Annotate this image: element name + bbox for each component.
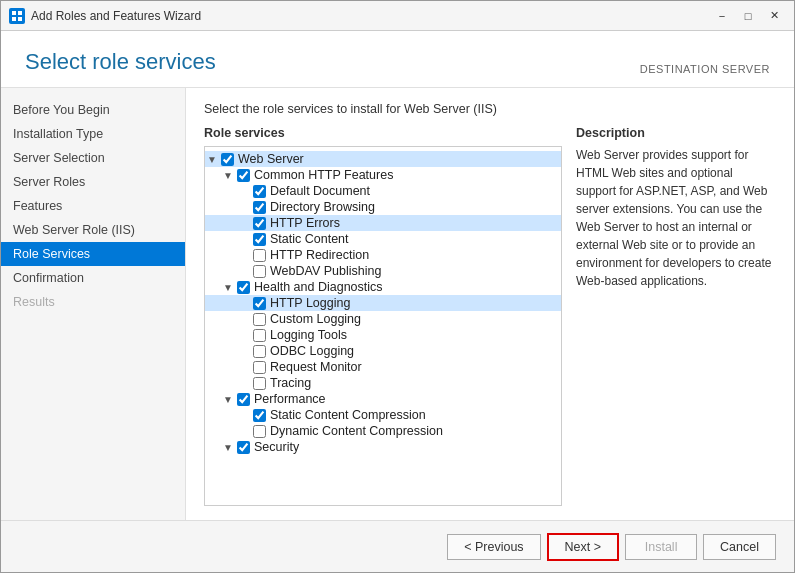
tree-item[interactable]: HTTP Logging [205,295,561,311]
sidebar-item-features[interactable]: Features [1,194,185,218]
destination-server-label: DESTINATION SERVER [640,63,770,75]
footer: < Previous Next > Install Cancel [1,520,794,572]
sidebar-item-server-selection[interactable]: Server Selection [1,146,185,170]
sidebar-item-web-server-role-(iis)[interactable]: Web Server Role (IIS) [1,218,185,242]
header: Select role services DESTINATION SERVER [1,31,794,88]
content-area: Before You BeginInstallation TypeServer … [1,88,794,520]
panels: Role services ▼Web Server▼Common HTTP Fe… [204,126,776,506]
wizard-window: Add Roles and Features Wizard − □ ✕ Sele… [0,0,795,573]
tree-item[interactable]: Tracing [205,375,561,391]
cancel-button[interactable]: Cancel [703,534,776,560]
tree-item[interactable]: ▼Health and Diagnostics [205,279,561,295]
sidebar-item-server-roles[interactable]: Server Roles [1,170,185,194]
svg-rect-1 [18,11,22,15]
tree-item[interactable]: ▼Performance [205,391,561,407]
role-services-panel: Role services ▼Web Server▼Common HTTP Fe… [204,126,562,506]
window-title: Add Roles and Features Wizard [31,9,710,23]
minimize-button[interactable]: − [710,5,734,27]
tree-item[interactable]: Logging Tools [205,327,561,343]
close-button[interactable]: ✕ [762,5,786,27]
tree-item[interactable]: HTTP Redirection [205,247,561,263]
main-content: Select the role services to install for … [186,88,794,520]
sidebar-item-before-you-begin[interactable]: Before You Begin [1,98,185,122]
role-services-label: Role services [204,126,562,140]
tree-item[interactable]: Dynamic Content Compression [205,423,561,439]
tree-item[interactable]: Static Content Compression [205,407,561,423]
sidebar: Before You BeginInstallation TypeServer … [1,88,186,520]
next-button[interactable]: Next > [547,533,619,561]
tree-item[interactable]: ▼Common HTTP Features [205,167,561,183]
title-bar: Add Roles and Features Wizard − □ ✕ [1,1,794,31]
sidebar-item-installation-type[interactable]: Installation Type [1,122,185,146]
svg-rect-3 [18,17,22,21]
page-title: Select role services [25,49,216,75]
window-controls: − □ ✕ [710,5,786,27]
description-label: Description [576,126,776,140]
tree-item[interactable]: ▼Security [205,439,561,455]
previous-button[interactable]: < Previous [447,534,540,560]
description-text: Web Server provides support for HTML Web… [576,146,776,290]
tree-item[interactable]: ODBC Logging [205,343,561,359]
maximize-button[interactable]: □ [736,5,760,27]
tree-item[interactable]: Directory Browsing [205,199,561,215]
svg-rect-0 [12,11,16,15]
description-panel: Description Web Server provides support … [576,126,776,506]
tree-item[interactable]: ▼Web Server [205,151,561,167]
tree-item[interactable]: Default Document [205,183,561,199]
sidebar-item-role-services[interactable]: Role Services [1,242,185,266]
tree-item[interactable]: WebDAV Publishing [205,263,561,279]
tree-item[interactable]: Custom Logging [205,311,561,327]
tree-container[interactable]: ▼Web Server▼Common HTTP FeaturesDefault … [204,146,562,506]
sidebar-item-confirmation[interactable]: Confirmation [1,266,185,290]
app-icon [9,8,25,24]
sidebar-item-results: Results [1,290,185,314]
tree-item[interactable]: HTTP Errors [205,215,561,231]
instruction-text: Select the role services to install for … [204,102,776,116]
tree-item[interactable]: Request Monitor [205,359,561,375]
svg-rect-2 [12,17,16,21]
install-button: Install [625,534,697,560]
tree-item[interactable]: Static Content [205,231,561,247]
